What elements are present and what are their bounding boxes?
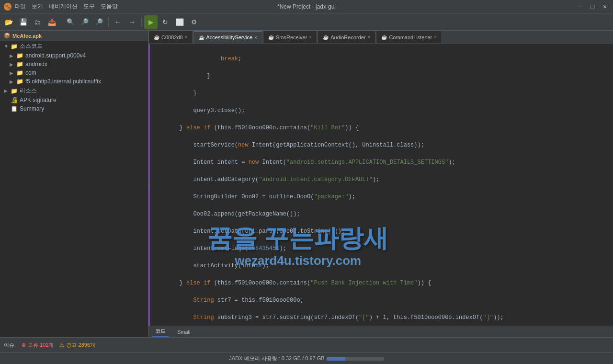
tab-c0082d8[interactable]: ☕ C0082d8 × bbox=[148, 31, 193, 43]
toolbar-separator-3 bbox=[141, 17, 142, 27]
open-button[interactable]: 📂 bbox=[2, 15, 15, 29]
tab-command-listener[interactable]: ☕ CommandListener × bbox=[376, 31, 442, 43]
tab-label: AudioRecorder bbox=[330, 34, 365, 40]
apk-icon: 📦 bbox=[4, 33, 11, 39]
code-editor[interactable]: break; } } query3.close(); } else if (th… bbox=[148, 44, 613, 326]
menu-file[interactable]: 파일 bbox=[14, 2, 26, 11]
settings-button[interactable]: ⚙ bbox=[187, 15, 201, 29]
app-icon: 🐾 bbox=[4, 3, 11, 11]
error-count-label: 오류 102개 bbox=[28, 341, 54, 349]
warning-icon: ⚠ bbox=[59, 342, 64, 348]
code-line: startActivity(intent); bbox=[150, 262, 613, 270]
folder-icon: 📁 bbox=[11, 88, 18, 94]
search-button[interactable]: 🔍 bbox=[64, 15, 77, 29]
save-button[interactable]: 💾 bbox=[16, 15, 30, 29]
toolbar: 📂 💾 🗂 📤 🔍 🔎 🔎 ← → ▶ ↻ ⬜ ⚙ bbox=[0, 13, 613, 31]
save-all-button[interactable]: 🗂 bbox=[31, 15, 44, 29]
expand-arrow: ▶ bbox=[10, 79, 14, 84]
sidebar-resizer[interactable] bbox=[148, 174, 150, 193]
zoom-in-button[interactable]: 🔎 bbox=[92, 15, 106, 29]
sidebar-item-label: androidx bbox=[25, 61, 47, 68]
issues-label: 이슈: bbox=[4, 341, 16, 349]
menu-navigate[interactable]: 네비게이션 bbox=[49, 2, 78, 11]
sidebar-header: 📦 McAfee.apk bbox=[0, 31, 148, 41]
apk-label: McAfee.apk bbox=[12, 33, 42, 39]
tab-audio-recorder[interactable]: ☕ AudioRecorder × bbox=[318, 31, 375, 43]
sidebar-item-com[interactable]: ▶ 📁 com bbox=[0, 68, 148, 77]
folder-icon: 📁 bbox=[11, 43, 18, 50]
sidebar-item-resources[interactable]: ▶ 📁 리소스 bbox=[0, 86, 148, 96]
sidebar-item-androidx[interactable]: ▶ 📁 androidx bbox=[0, 60, 148, 68]
window-controls: − □ × bbox=[576, 2, 609, 11]
divider-dot bbox=[148, 183, 150, 185]
sidebar-item-label: 리소스 bbox=[20, 87, 37, 95]
run-button[interactable]: ▶ bbox=[144, 15, 158, 29]
menu-help[interactable]: 도움말 bbox=[101, 2, 118, 11]
folder-icon: 📁 bbox=[16, 78, 23, 85]
code-line: } bbox=[150, 89, 613, 98]
tab-smali[interactable]: Smali bbox=[174, 328, 193, 336]
code-line: Intent intent = new Intent("android.sett… bbox=[150, 158, 613, 167]
code-line: intent.addCategory("android.intent.categ… bbox=[150, 175, 613, 184]
maximize-button[interactable]: □ bbox=[588, 2, 597, 11]
forward-button[interactable]: → bbox=[125, 15, 139, 29]
sidebar-item-label: Summary bbox=[20, 105, 44, 112]
sidebar-item-sourcecode[interactable]: ▼ 📁 소스코드 bbox=[0, 41, 148, 51]
error-count: ⊗ 오류 102개 bbox=[22, 341, 54, 349]
close-button[interactable]: × bbox=[601, 2, 609, 11]
code-line: intent.setFlags(268435456); bbox=[150, 244, 613, 253]
tab-sms-receiver[interactable]: ☕ SmsReceiver × bbox=[263, 31, 317, 43]
tab-icon: ☕ bbox=[381, 34, 387, 40]
sidebar-item-android-support[interactable]: ▶ 📁 android.support.p000v4 bbox=[0, 51, 148, 60]
code-line: String str7 = this.f5010ooo000o; bbox=[150, 296, 613, 305]
tab-close-button[interactable]: × bbox=[368, 34, 371, 40]
tabs-bar: ☕ C0082d8 × ☕ AccessibilityService × ☕ S… bbox=[148, 31, 613, 44]
zoom-out-button[interactable]: 🔎 bbox=[78, 15, 91, 29]
content-area: ☕ C0082d8 × ☕ AccessibilityService × ☕ S… bbox=[148, 31, 613, 337]
code-line: } else if (this.f5010ooo000o.contains("K… bbox=[150, 124, 613, 132]
sidebar-item-label: android.support.p000v4 bbox=[25, 52, 86, 59]
sidebar-item-label: f5.okhttp3.internal.publicsuffix bbox=[25, 78, 101, 85]
refresh-button[interactable]: ↻ bbox=[159, 15, 172, 29]
code-line: break; bbox=[150, 55, 613, 63]
tab-close-button[interactable]: × bbox=[254, 35, 257, 40]
code-line: startService(new Intent(getApplicationCo… bbox=[150, 141, 613, 149]
folder-icon: 📁 bbox=[16, 69, 23, 76]
layout-button[interactable]: ⬜ bbox=[173, 15, 186, 29]
tab-close-button[interactable]: × bbox=[185, 34, 188, 40]
divider-dot bbox=[148, 181, 150, 182]
code-content: break; } } query3.close(); } else if (th… bbox=[150, 44, 613, 326]
sidebar-item-summary[interactable]: 📋 Summary bbox=[0, 104, 148, 113]
code-line: query3.close(); bbox=[150, 106, 613, 115]
folder-icon: 📁 bbox=[16, 61, 23, 68]
titlebar-left: 🐾 파일 보기 네비게이션 도구 도움말 bbox=[4, 2, 118, 11]
sidebar-item-okhttp3[interactable]: ▶ 📁 f5.okhttp3.internal.publicsuffix bbox=[0, 77, 148, 86]
minimize-button[interactable]: − bbox=[576, 2, 584, 11]
code-line: } else if (this.f5010ooo000o.contains("P… bbox=[150, 279, 613, 287]
sidebar-item-label: com bbox=[25, 69, 36, 76]
menu-tools[interactable]: 도구 bbox=[83, 2, 95, 11]
tab-close-button[interactable]: × bbox=[434, 34, 437, 40]
apk-sig-icon: 🔏 bbox=[11, 97, 18, 103]
tab-accessibility-service[interactable]: ☕ AccessibilityService × bbox=[193, 31, 262, 43]
code-line: String substring3 = str7.substring(str7.… bbox=[150, 313, 613, 322]
toolbar-separator-1 bbox=[61, 17, 61, 27]
summary-icon: 📋 bbox=[11, 105, 18, 112]
error-icon: ⊗ bbox=[22, 342, 26, 348]
back-button[interactable]: ← bbox=[111, 15, 125, 29]
memory-progress-bar bbox=[327, 357, 384, 361]
divider-dot bbox=[148, 186, 150, 188]
export-button[interactable]: 📤 bbox=[45, 15, 58, 29]
sidebar-item-label: APK signature bbox=[20, 97, 57, 103]
memory-fill bbox=[327, 357, 346, 361]
folder-icon: 📁 bbox=[16, 52, 23, 59]
menu-view[interactable]: 보기 bbox=[32, 2, 43, 11]
code-line: } bbox=[150, 72, 613, 80]
tab-label: SmsReceiver bbox=[276, 34, 307, 40]
warning-count: ⚠ 경고 2896개 bbox=[59, 341, 95, 349]
tab-close-button[interactable]: × bbox=[309, 34, 312, 40]
sidebar-item-apksignature[interactable]: 🔏 APK signature bbox=[0, 96, 148, 104]
code-line: Ooo02.append(getPackageName()); bbox=[150, 210, 613, 218]
tab-code[interactable]: 코드 bbox=[152, 327, 169, 337]
statusbar: 이슈: ⊗ 오류 102개 ⚠ 경고 2896개 bbox=[0, 337, 613, 353]
